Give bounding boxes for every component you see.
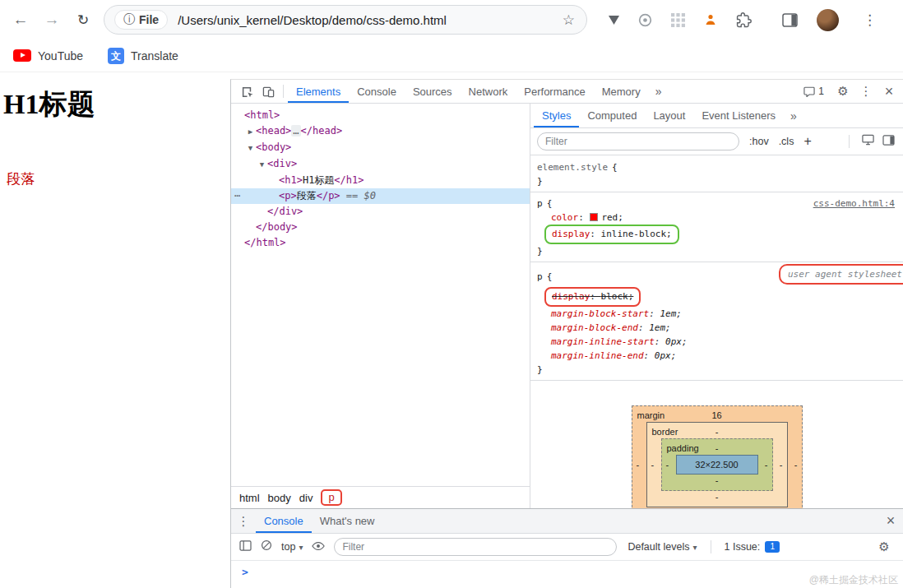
sidebar-tab-computed[interactable]: Computed xyxy=(579,104,645,127)
dom-tree-row[interactable]: <h1>H1标题</h1> xyxy=(231,173,530,188)
box-model-border[interactable]: border - - - - padding - - - - 32 xyxy=(646,422,788,507)
more-sidebar-tabs-icon[interactable]: » xyxy=(784,109,803,123)
console-filter-input[interactable] xyxy=(334,538,617,556)
computed-sidebar-toggle-icon[interactable] xyxy=(882,134,895,149)
expanded-arrow-icon[interactable]: ▼ xyxy=(257,157,267,173)
box-model-padding[interactable]: padding - - - - 32×22.500 xyxy=(661,438,773,491)
console-levels-selector[interactable]: Default levels ▾ xyxy=(627,541,697,553)
console-prompt-icon[interactable]: > xyxy=(242,566,248,578)
expanded-arrow-icon[interactable]: ▼ xyxy=(245,141,256,156)
row-more-icon[interactable]: ⋯ xyxy=(234,188,239,204)
extension-triangle-icon[interactable] xyxy=(609,16,619,25)
console-body[interactable]: > xyxy=(231,561,903,588)
style-declaration[interactable]: display: inline-block; xyxy=(537,225,896,244)
border-left-value[interactable]: - xyxy=(651,458,655,472)
devtools-close-icon[interactable]: × xyxy=(878,81,900,102)
reload-icon[interactable]: ↻ xyxy=(67,12,99,29)
extension-lens-icon[interactable] xyxy=(638,13,652,27)
dom-tree-row[interactable]: ▶<head>…</head> xyxy=(231,123,530,140)
border-right-value[interactable]: - xyxy=(780,458,783,472)
extension-person-icon[interactable] xyxy=(704,13,717,26)
style-declaration[interactable]: display: block; xyxy=(537,287,896,307)
back-icon[interactable]: ← xyxy=(5,11,36,29)
padding-bottom-value[interactable]: - xyxy=(662,474,772,488)
styles-filter-input[interactable] xyxy=(537,132,739,150)
dom-tree-row[interactable]: ▼<body> xyxy=(231,140,530,156)
settings-gear-icon[interactable]: ⚙ xyxy=(832,81,854,102)
margin-right-value[interactable]: - xyxy=(794,458,798,472)
tab-sources[interactable]: Sources xyxy=(405,80,461,103)
side-panel-icon[interactable] xyxy=(782,13,798,27)
drawer-tab-console[interactable]: Console xyxy=(256,509,312,533)
class-toggle[interactable]: .cls xyxy=(779,136,794,147)
style-declaration[interactable]: color: red; xyxy=(537,211,896,225)
tab-performance[interactable]: Performance xyxy=(516,80,593,103)
tab-console[interactable]: Console xyxy=(349,80,405,103)
console-settings-gear-icon[interactable]: ⚙ xyxy=(873,536,895,558)
style-declaration[interactable]: margin-inline-start: 0px; xyxy=(537,335,896,349)
bookmark-translate[interactable]: 文 Translate xyxy=(108,48,178,64)
new-style-rule-button[interactable]: + xyxy=(803,134,811,149)
margin-top-value[interactable]: 16 xyxy=(632,409,802,423)
drawer-close-icon[interactable]: × xyxy=(878,511,903,532)
color-swatch[interactable] xyxy=(590,213,598,221)
console-sidebar-icon[interactable] xyxy=(239,539,252,554)
extension-grid-icon[interactable] xyxy=(671,13,685,27)
style-declaration[interactable]: margin-inline-end: 0px; xyxy=(537,349,896,363)
inspect-element-icon[interactable] xyxy=(236,81,257,102)
bookmark-youtube[interactable]: YouTube xyxy=(13,49,83,63)
element-style-selector[interactable]: element.style xyxy=(537,162,608,173)
dom-tree-row[interactable]: <html> xyxy=(231,108,530,123)
padding-right-value[interactable]: - xyxy=(765,458,768,472)
extensions-puzzle-icon[interactable] xyxy=(736,12,752,28)
url-text[interactable]: /Users/unix_kernel/Desktop/demo/css-demo… xyxy=(178,13,561,27)
rule-source-link[interactable]: user agent stylesheet xyxy=(779,264,903,285)
console-issues-button[interactable]: 1 Issue: 1 xyxy=(725,541,780,553)
browser-menu-icon[interactable]: ⋮ xyxy=(858,12,882,29)
breadcrumb-item-p[interactable]: p xyxy=(321,489,341,506)
box-model-margin[interactable]: margin 16 - - - border - - - - padding xyxy=(632,405,803,508)
breadcrumb-item-div[interactable]: div xyxy=(299,492,313,504)
tab-network[interactable]: Network xyxy=(461,80,516,103)
pseudo-state-toggle[interactable]: :hov xyxy=(749,136,769,147)
dom-tree-row[interactable]: </html> xyxy=(231,235,530,251)
sidebar-tab-styles[interactable]: Styles xyxy=(534,104,579,127)
url-scheme-chip[interactable]: ⓘ File xyxy=(114,10,168,30)
rule-source-link[interactable]: css-demo.html:4 xyxy=(813,197,895,211)
clear-console-icon[interactable] xyxy=(261,539,272,554)
padding-left-value[interactable]: - xyxy=(666,458,669,472)
border-top-value[interactable]: - xyxy=(647,425,787,439)
drawer-menu-icon[interactable]: ⋮ xyxy=(231,511,256,532)
sidebar-tab-layout[interactable]: Layout xyxy=(645,104,693,127)
live-expression-eye-icon[interactable] xyxy=(312,539,325,554)
address-bar[interactable]: ⓘ File /Users/unix_kernel/Desktop/demo/c… xyxy=(104,5,587,35)
padding-top-value[interactable]: - xyxy=(662,442,772,456)
breadcrumb-item-html[interactable]: html xyxy=(239,492,260,504)
style-declaration[interactable]: margin-block-start: 1em; xyxy=(537,307,896,321)
bookmark-star-icon[interactable]: ☆ xyxy=(561,12,577,29)
rule-selector[interactable]: p xyxy=(537,270,543,284)
tab-memory[interactable]: Memory xyxy=(594,80,649,103)
collapsed-arrow-icon[interactable]: ▶ xyxy=(245,124,256,140)
sidebar-tab-event-listeners[interactable]: Event Listeners xyxy=(693,104,784,127)
dom-tree-row[interactable]: ▼<div> xyxy=(231,156,530,173)
devtools-menu-icon[interactable]: ⋮ xyxy=(855,81,877,102)
drawer-tab-what-s-new[interactable]: What's new xyxy=(312,509,383,533)
dom-tree-row[interactable]: ⋯<p>段落</p> == $0 xyxy=(231,188,530,204)
dom-tree-row[interactable]: </body> xyxy=(231,220,530,235)
console-context-selector[interactable]: top ▾ xyxy=(281,541,303,553)
device-toolbar-icon[interactable] xyxy=(257,81,279,102)
issues-button[interactable]: 1 xyxy=(797,86,831,97)
rendering-icon[interactable] xyxy=(862,134,874,149)
border-bottom-value[interactable]: - xyxy=(647,490,787,504)
forward-icon[interactable]: → xyxy=(36,11,67,29)
margin-left-value[interactable]: - xyxy=(637,458,640,472)
breadcrumb-item-body[interactable]: body xyxy=(268,492,291,504)
rule-selector[interactable]: p xyxy=(537,197,543,211)
tab-elements[interactable]: Elements xyxy=(288,80,349,103)
style-declaration[interactable]: margin-block-end: 1em; xyxy=(537,321,896,335)
box-model-content[interactable]: 32×22.500 xyxy=(676,455,758,475)
more-tabs-icon[interactable]: » xyxy=(649,85,669,98)
profile-avatar[interactable] xyxy=(817,9,839,31)
dom-tree-row[interactable]: </div> xyxy=(231,204,530,220)
